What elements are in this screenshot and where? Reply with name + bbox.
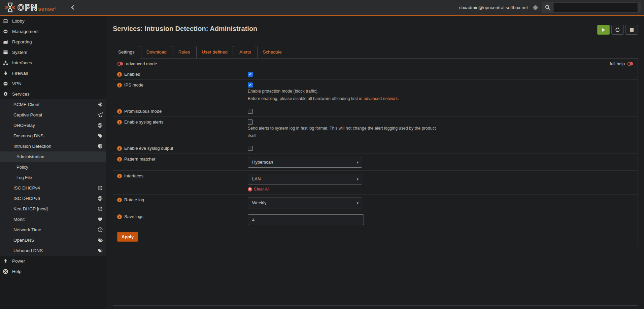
promiscuous-mode-checkbox[interactable] xyxy=(248,109,253,114)
sidebar-item-network-time[interactable]: Network Time xyxy=(0,225,106,235)
chevron-down-icon: ▾ xyxy=(357,174,359,184)
sidebar-item-administration[interactable]: Administration xyxy=(0,151,106,162)
user-status-dot-icon xyxy=(533,5,538,10)
row-control-enable-eve-syslog-output xyxy=(248,143,638,153)
rotate-log-select[interactable]: Weekly▾ xyxy=(248,198,362,208)
sidebar-item-management[interactable]: Management xyxy=(0,26,106,37)
service-stop-button[interactable] xyxy=(625,25,638,35)
sidebar-item-dhcrelay[interactable]: DHCRelay xyxy=(0,120,106,131)
life-ring-icon xyxy=(3,269,8,274)
tab-bar: SettingsDownloadRulesUser definedAlertsS… xyxy=(113,46,638,58)
sidebar-item-captive-portal[interactable]: Captive Portal xyxy=(0,110,106,120)
advanced-mode-label: advanced mode xyxy=(126,61,157,66)
form-row-enable-eve-syslog-output: iEnable eve syslog output xyxy=(113,143,638,154)
row-label-interfaces: iInterfaces xyxy=(113,171,248,194)
sidebar-item-label: System xyxy=(12,50,27,55)
fire-icon xyxy=(3,71,8,76)
field-label: Pattern matcher xyxy=(124,157,156,162)
help-link[interactable]: in advanced network xyxy=(359,96,398,101)
row-control-enable-syslog-alerts: Send alerts to system log in fast log fo… xyxy=(248,117,638,143)
sidebar-item-label: Power xyxy=(12,259,25,264)
hourglass-logo-icon xyxy=(5,2,15,13)
row-control-pattern-matcher: Hyperscan▾ xyxy=(248,154,638,170)
tab-user-defined[interactable]: User defined xyxy=(196,46,233,58)
chevron-down-icon: ▾ xyxy=(357,198,359,208)
sidebar-item-vpn[interactable]: VPN xyxy=(0,78,106,89)
info-icon[interactable]: i xyxy=(117,109,122,114)
help-text: Before enabling, please disable all hard… xyxy=(248,95,638,102)
row-control-promiscuous-mode xyxy=(248,106,638,116)
plug-icon xyxy=(3,259,8,264)
toggle-off-icon xyxy=(627,62,634,66)
sidebar-item-firewall[interactable]: Firewall xyxy=(0,68,106,78)
search-icon xyxy=(545,5,550,10)
sidebar-item-isc-dhcpv6[interactable]: ISC DHCPv6 xyxy=(0,193,106,204)
sidebar-item-interfaces[interactable]: Interfaces xyxy=(0,58,106,68)
sidebar-item-services[interactable]: Services xyxy=(0,89,106,99)
enable-eve-syslog-output-checkbox[interactable] xyxy=(248,146,253,151)
help-text: Send alerts to system log in fast log fo… xyxy=(248,125,638,132)
sidebar-item-system[interactable]: System xyxy=(0,47,106,58)
advanced-mode-toggle[interactable]: advanced mode xyxy=(117,61,157,66)
enabled-checkbox[interactable]: ✓ xyxy=(248,72,253,77)
sidebar-item-label: Policy xyxy=(16,165,28,170)
sidebar-item-unbound-dns[interactable]: Unbound DNS xyxy=(0,245,106,256)
sidebar-item-lobby[interactable]: Lobby xyxy=(0,16,106,26)
sidebar-item-kea-dhcp-new[interactable]: Kea DHCP [new] xyxy=(0,204,106,214)
clock-icon xyxy=(98,227,103,232)
info-icon[interactable]: i xyxy=(117,198,122,202)
sidebar-item-reporting[interactable]: Reporting xyxy=(0,37,106,47)
page-title: Services: Intrusion Detection: Administr… xyxy=(113,25,257,33)
ips-mode-checkbox[interactable]: ✓ xyxy=(248,82,253,88)
tab-settings[interactable]: Settings xyxy=(113,46,140,59)
logged-in-user: sbxadmin@opncentral.softbox.net xyxy=(459,5,528,10)
clear-all-link[interactable]: ✕Clear All xyxy=(248,187,638,192)
sidebar-item-isc-dhcpv4[interactable]: ISC DHCPv4 xyxy=(0,183,106,193)
info-icon[interactable]: i xyxy=(117,120,122,125)
form-row-enabled: iEnabled✓ xyxy=(113,69,638,80)
sidebar-item-policy[interactable]: Policy xyxy=(0,162,106,172)
sidebar-item-label: Reporting xyxy=(12,39,32,44)
interfaces-select[interactable]: LAN▾ xyxy=(248,174,362,184)
sidebar-item-log-file[interactable]: Log File xyxy=(0,172,106,183)
service-start-button[interactable] xyxy=(597,25,610,35)
enable-syslog-alerts-checkbox[interactable] xyxy=(248,119,253,125)
field-label: Enable eve syslog output xyxy=(124,146,173,151)
info-icon[interactable]: i xyxy=(117,157,122,162)
main-content: Services: Intrusion Detection: Administr… xyxy=(106,16,644,309)
tab-rules[interactable]: Rules xyxy=(173,46,196,58)
save-logs-input[interactable] xyxy=(248,214,364,225)
sidebar-item-help[interactable]: Help xyxy=(0,266,106,277)
form-row-interfaces: iInterfacesLAN▾✕Clear All xyxy=(113,171,638,195)
tab-schedule[interactable]: Schedule xyxy=(257,46,287,58)
tab-alerts[interactable]: Alerts xyxy=(234,46,257,58)
info-icon[interactable]: i xyxy=(117,214,122,219)
sidebar-item-acme-client[interactable]: ACME Client xyxy=(0,99,106,110)
circle-x-icon: ✕ xyxy=(248,187,252,192)
sidebar-collapse-button[interactable] xyxy=(70,5,75,10)
info-icon[interactable]: i xyxy=(117,83,122,88)
sidebar-item-monit[interactable]: Monit xyxy=(0,214,106,225)
search-input[interactable] xyxy=(553,3,638,12)
sidebar-item-label: Lobby xyxy=(12,19,25,24)
sidebar-item-intrusion-detection[interactable]: Intrusion Detection xyxy=(0,141,106,151)
pattern-matcher-select[interactable]: Hyperscan▾ xyxy=(248,157,362,168)
sidebar-item-label: Services xyxy=(12,92,30,97)
full-help-toggle[interactable]: full help xyxy=(610,61,634,66)
bullseye-icon xyxy=(98,123,103,128)
info-icon[interactable]: i xyxy=(117,72,122,77)
info-icon[interactable]: i xyxy=(117,146,122,151)
service-restart-button[interactable] xyxy=(611,25,624,35)
tab-download[interactable]: Download xyxy=(141,46,172,58)
logo-text-opn: OPN xyxy=(18,3,38,12)
row-label-save-logs: iSave logs xyxy=(113,211,248,228)
sidebar-item-opendns[interactable]: OpenDNS xyxy=(0,235,106,245)
field-label: Rotate log xyxy=(124,197,144,202)
sidebar-item-dnsmasq-dns[interactable]: Dnsmasq DNS xyxy=(0,131,106,141)
apply-button[interactable]: Apply xyxy=(117,232,138,242)
info-icon[interactable]: i xyxy=(117,174,122,178)
pattern-matcher-selected-value: Hyperscan xyxy=(252,160,273,165)
row-label-enable-syslog-alerts: iEnable syslog alerts xyxy=(113,117,248,143)
sidebar-item-label: Management xyxy=(12,29,39,34)
sidebar-item-power[interactable]: Power xyxy=(0,256,106,266)
